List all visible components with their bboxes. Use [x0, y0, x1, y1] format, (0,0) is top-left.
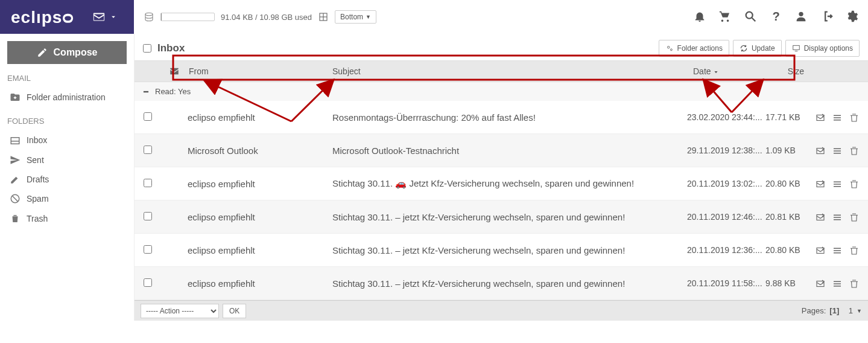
bell-icon[interactable]	[693, 10, 706, 25]
inbox-action-icon[interactable]	[815, 178, 826, 189]
sidebar-item-inbox[interactable]: Inbox	[7, 130, 127, 150]
svg-rect-37	[817, 281, 824, 286]
mail-row[interactable]: eclipso empfiehlt Stichtag 30.11. – jetz…	[135, 200, 868, 234]
inbox-action-icon[interactable]	[815, 111, 826, 123]
layout-dropdown[interactable]: Bottom ▼	[335, 10, 376, 24]
column-size[interactable]: Size	[771, 66, 808, 76]
column-date[interactable]: Date	[693, 66, 771, 76]
column-subject[interactable]: Subject	[332, 66, 693, 76]
row-from: eclipso empfiehlt	[188, 112, 332, 123]
inbox-action-icon[interactable]	[815, 277, 826, 289]
user-icon[interactable]	[794, 10, 808, 25]
delete-icon[interactable]	[849, 178, 860, 189]
mail-row[interactable]: eclipso empfiehlt Stichtag 30.11. 🚗 Jetz…	[135, 167, 868, 200]
inbox-icon	[10, 135, 21, 146]
folder-plus-icon	[10, 92, 21, 103]
row-checkbox[interactable]	[144, 112, 152, 121]
menu-icon[interactable]	[832, 277, 843, 289]
row-date: 20.11.2019 12:46:...	[687, 212, 765, 222]
row-checkbox[interactable]	[144, 212, 152, 220]
row-checkbox[interactable]	[144, 146, 152, 154]
ok-button[interactable]: OK	[223, 304, 246, 318]
drafts-icon	[10, 174, 21, 185]
svg-rect-29	[817, 214, 824, 220]
bulk-action-select[interactable]: ----- Action -----	[141, 304, 219, 318]
row-actions	[808, 211, 868, 222]
inbox-action-icon[interactable]	[815, 244, 826, 255]
refresh-icon	[740, 44, 748, 53]
svg-point-0	[145, 13, 153, 16]
mail-row[interactable]: eclipso empfiehlt Rosenmontags-Überrrasc…	[135, 101, 868, 134]
page-dropdown-icon[interactable]: ▼	[857, 308, 862, 314]
svg-line-11	[13, 196, 18, 202]
logout-icon[interactable]	[820, 10, 833, 25]
row-size: 9.88 KB	[765, 278, 808, 288]
menu-icon[interactable]	[832, 178, 843, 189]
cart-icon[interactable]	[718, 10, 732, 25]
sidebar-item-label: Spam	[27, 194, 49, 204]
mail-row[interactable]: eclipso empfiehlt Stichtag 30.11. – jetz…	[135, 234, 868, 267]
row-actions	[808, 244, 868, 255]
mail-row[interactable]: eclipso empfiehlt Stichtag 30.11. – jetz…	[135, 267, 868, 300]
row-subject: Rosenmontags-Überrraschung: 20% auf fast…	[332, 112, 687, 123]
collapse-icon	[142, 88, 150, 96]
row-from: eclipso empfiehlt	[188, 245, 332, 255]
page-count[interactable]: 1	[849, 306, 853, 315]
row-from: eclipso empfiehlt	[188, 179, 332, 189]
menu-icon[interactable]	[832, 111, 843, 123]
folder-admin-link[interactable]: Folder administration	[7, 88, 127, 107]
svg-rect-25	[817, 181, 824, 187]
update-button[interactable]: Update	[733, 40, 782, 57]
delete-icon[interactable]	[849, 211, 860, 222]
delete-icon[interactable]	[849, 277, 860, 289]
delete-icon[interactable]	[849, 144, 860, 156]
layout-grid-icon[interactable]	[318, 11, 329, 22]
select-all-checkbox[interactable]	[143, 44, 151, 53]
row-actions	[808, 111, 868, 123]
delete-icon[interactable]	[849, 111, 860, 123]
row-date: 29.11.2019 12:38:...	[687, 146, 765, 155]
brand-logo: eclıpsᴑ	[11, 7, 74, 27]
sidebar-item-sent[interactable]: Sent	[7, 150, 127, 170]
help-icon[interactable]: ?	[769, 10, 782, 25]
sidebar-item-drafts[interactable]: Drafts	[7, 170, 127, 189]
row-from: Microsoft Outlook	[188, 146, 332, 156]
row-subject: Stichtag 30.11. – jetzt Kfz-Versicherung…	[332, 212, 687, 222]
row-checkbox[interactable]	[144, 179, 152, 187]
footer-bar: ----- Action ----- OK Pages: [1] 1 ▼	[135, 300, 868, 321]
folder-actions-button[interactable]: Folder actions	[659, 40, 729, 57]
svg-rect-21	[817, 148, 824, 153]
nav-folders-label: FOLDERS	[7, 117, 127, 126]
storage-bar	[160, 13, 215, 21]
sidebar-item-spam[interactable]: Spam	[7, 189, 127, 208]
inbox-action-icon[interactable]	[815, 144, 826, 156]
chevron-down-icon	[109, 13, 118, 21]
display-options-button[interactable]: Display options	[785, 40, 860, 57]
envelope-icon	[92, 10, 106, 24]
gear-icon[interactable]	[845, 10, 858, 25]
sidebar-item-trash[interactable]: Trash	[7, 208, 127, 228]
envelope-column-icon[interactable]	[161, 66, 188, 77]
main-panel: Inbox Folder actions Update Display opti…	[134, 34, 868, 321]
search-icon[interactable]	[744, 10, 757, 25]
column-from[interactable]: From	[188, 66, 332, 76]
row-date: 23.02.2020 23:44:...	[687, 112, 765, 122]
monitor-icon	[792, 44, 800, 53]
row-date: 20.11.2019 12:36:...	[687, 245, 765, 255]
group-header[interactable]: Read: Yes	[135, 82, 868, 101]
row-size: 20.80 KB	[765, 179, 808, 188]
inbox-action-icon[interactable]	[815, 211, 826, 222]
menu-icon[interactable]	[832, 211, 843, 222]
row-checkbox[interactable]	[144, 278, 152, 287]
compose-button[interactable]: Compose	[7, 41, 127, 64]
spam-icon	[10, 193, 21, 204]
mail-menu[interactable]	[92, 10, 118, 24]
menu-icon[interactable]	[832, 144, 843, 156]
row-checkbox[interactable]	[144, 245, 152, 254]
row-size: 1.09 KB	[765, 146, 808, 155]
menu-icon[interactable]	[832, 244, 843, 255]
group-label: Read: Yes	[155, 87, 191, 96]
delete-icon[interactable]	[849, 244, 860, 255]
mail-row[interactable]: Microsoft Outlook Microsoft Outlook-Test…	[135, 134, 868, 167]
svg-point-13	[670, 49, 672, 51]
